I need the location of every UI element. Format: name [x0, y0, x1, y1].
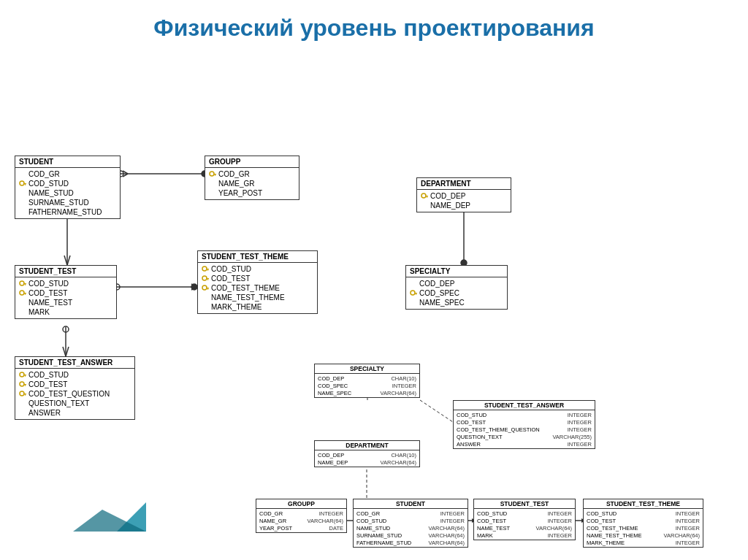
svg-rect-37: [425, 196, 428, 196]
svg-line-23: [420, 400, 453, 422]
phys-stest-header: STUDENT_TEST: [474, 499, 575, 509]
table-student-test-answer: STUDENT_TEST_ANSWER COD_STUD COD_TEST CO…: [15, 356, 135, 420]
svg-marker-67: [0, 510, 146, 532]
page-title: Физический уровень проектирования: [0, 0, 748, 50]
svg-rect-62: [25, 385, 26, 386]
svg-rect-55: [206, 288, 209, 288]
table-student-test-answer-header: STUDENT_TEST_ANSWER: [15, 357, 134, 369]
svg-rect-32: [25, 184, 26, 185]
phys-sta-header: STUDENT_TEST_ANSWER: [454, 401, 595, 410]
svg-point-11: [191, 284, 197, 290]
phys-specialty-header: SPECIALTY: [315, 364, 419, 374]
table-groupp-header: GROUPP: [205, 156, 299, 168]
svg-rect-31: [23, 183, 26, 184]
decorative-shape: [0, 473, 146, 532]
table-specialty-header: SPECIALTY: [406, 266, 507, 277]
svg-rect-34: [213, 174, 216, 174]
svg-line-4: [123, 174, 128, 177]
svg-rect-52: [206, 278, 209, 279]
svg-rect-50: [207, 269, 208, 271]
phys-table-groupp: GROUPP COD_GRINTEGER NAME_GRVARCHAR(64) …: [256, 499, 347, 533]
phys-sttheme-header: STUDENT_TEST_THEME: [584, 499, 703, 509]
phys-department-header: DEPARTMENT: [315, 441, 419, 450]
svg-rect-47: [25, 294, 26, 295]
svg-rect-53: [207, 279, 208, 280]
svg-rect-56: [207, 288, 208, 290]
svg-line-3: [123, 171, 128, 174]
svg-line-6: [64, 256, 67, 265]
svg-rect-58: [23, 375, 26, 375]
diagram-area: STUDENT COD_GR COD_STUD NAME_STUD SURNAM…: [0, 50, 748, 532]
svg-rect-43: [23, 283, 26, 284]
svg-rect-64: [23, 394, 26, 394]
phys-table-sta: STUDENT_TEST_ANSWER COD_STUDINTEGER COD_…: [453, 400, 595, 449]
table-student-test-theme-header: STUDENT_TEST_THEME: [198, 251, 317, 263]
svg-rect-41: [416, 294, 416, 295]
svg-rect-38: [427, 196, 427, 198]
svg-rect-49: [206, 269, 209, 269]
phys-student-header: STUDENT: [354, 499, 468, 509]
table-specialty: SPECIALTY COD_DEP COD_SPEC NAME_SPEC: [405, 265, 508, 310]
svg-rect-59: [25, 375, 26, 377]
phys-table-stest: STUDENT_TEST COD_STUDINTEGER COD_TESTINT…: [473, 499, 576, 540]
table-student: STUDENT COD_GR COD_STUD NAME_STUD SURNAM…: [15, 156, 121, 219]
phys-table-department: DEPARTMENT COD_DEPCHAR(10) NAME_DEPVARCH…: [314, 440, 420, 467]
table-student-test: STUDENT_TEST COD_STUD COD_TEST NAME_TEST…: [15, 265, 117, 319]
table-student-test-header: STUDENT_TEST: [15, 266, 116, 277]
phys-table-specialty: SPECIALTY COD_DEPCHAR(10) COD_SPECINTEGE…: [314, 364, 420, 398]
svg-line-16: [63, 347, 66, 356]
svg-rect-61: [23, 384, 26, 385]
table-department: DEPARTMENT COD_DEP NAME_DEP: [416, 177, 511, 212]
phys-groupp-header: GROUPP: [256, 499, 346, 509]
svg-line-13: [191, 287, 197, 290]
svg-rect-44: [25, 284, 26, 285]
table-student-header: STUDENT: [15, 156, 120, 168]
svg-line-7: [67, 256, 70, 265]
svg-point-15: [63, 326, 69, 332]
svg-rect-65: [25, 394, 26, 396]
svg-rect-46: [23, 293, 26, 294]
svg-line-12: [191, 284, 197, 287]
phys-table-sttheme: STUDENT_TEST_THEME COD_STUDINTEGER COD_T…: [583, 499, 703, 548]
phys-table-student: STUDENT COD_GRINTEGER COD_STUDINTEGER NA…: [353, 499, 468, 548]
table-department-header: DEPARTMENT: [417, 178, 511, 190]
table-groupp: GROUPP COD_GR NAME_GR YEAR_POST: [205, 156, 299, 200]
table-student-test-theme: STUDENT_TEST_THEME COD_STUD COD_TEST COD…: [197, 250, 318, 314]
svg-rect-35: [215, 174, 215, 176]
svg-line-17: [66, 347, 69, 356]
svg-rect-40: [414, 293, 417, 294]
